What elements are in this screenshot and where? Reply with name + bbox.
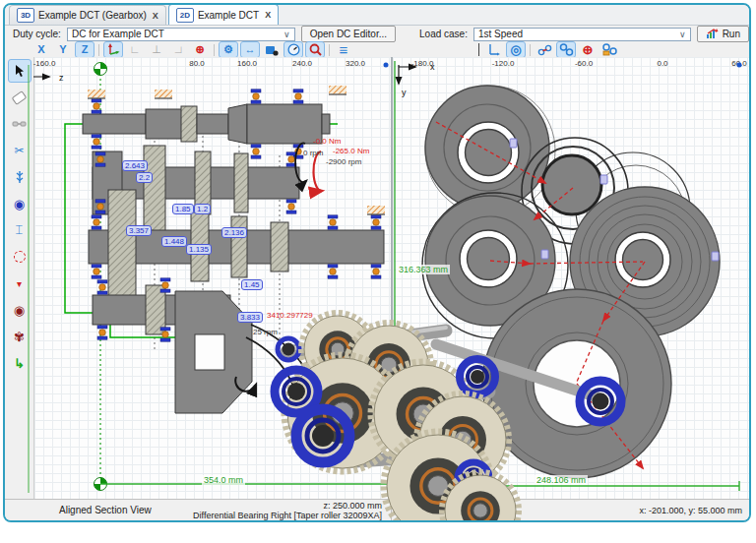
duty-cycle-dropdown[interactable]: DC for Example DCT ∨ [67,28,295,41]
select-cursor-tool[interactable] [8,59,32,83]
tab-label: Example DCT [198,10,259,21]
zoom-detail-icon[interactable] [305,41,325,58]
ruler-tick: -160.0 [33,59,56,68]
axis-triad-icon[interactable] [103,41,123,58]
axes-corner-icon[interactable] [484,41,504,58]
align-corner-mirror-icon[interactable]: ∟ [168,41,188,58]
app-window: 3D Example DCT (Gearbox) X 2D Example DC… [3,3,751,522]
rigid-connector-tool[interactable]: ⌶ [8,218,32,242]
cursor-xy-status: x: -201.000, y: 55.000 mm [639,506,742,515]
tab-label: Example DCT (Gearbox) [38,10,147,21]
point-load-tool[interactable]: ▾ [8,272,32,295]
ruler-tick: 160.0 [237,59,257,68]
ruler-tick: 80.0 [189,59,205,68]
left-status: Aligned Section View z: 250.000 mm Diffe… [5,500,392,521]
bearing-tool[interactable]: ◉ [8,192,32,215]
z-axis-view-button[interactable]: Z [75,41,94,58]
gear-mesh-icon[interactable] [535,41,554,58]
run-button[interactable]: Run [697,26,749,42]
cylindrical-gear-pair-icon[interactable] [556,41,576,58]
ruler-tick: 320.0 [346,59,365,68]
close-icon[interactable]: X [153,11,158,21]
align-corner-icon[interactable]: ∟ [125,41,145,58]
duty-cycle-value: DC for Example DCT [72,29,164,39]
clearance-bearing-tool[interactable] [8,245,32,269]
coupling-tool[interactable] [8,112,32,136]
tab-bar: 3D Example DCT (Gearbox) X 2D Example DC… [5,5,749,26]
ruler-tick: -60.0 [575,59,593,68]
split-shaft-scissors-tool[interactable]: ✂ [8,139,32,162]
y-axis-view-button[interactable]: Y [53,41,73,58]
component-status: Differential Bearing Right [Taper roller… [193,511,382,520]
view-mode-status: Aligned Section View [59,505,152,515]
app-window-stage: 3D Example DCT (Gearbox) X 2D Example DC… [0,0,756,543]
align-perpendicular-icon[interactable]: ⊥ [147,41,166,58]
gear-display-icon[interactable]: ⚙ [219,41,238,58]
ruler-tick: -180.0 [411,59,434,68]
status-bar: Aligned Section View z: 250.000 mm Diffe… [5,499,749,521]
load-case-dropdown[interactable]: 1st Speed ∨ [473,28,691,41]
ruler-tick: -120.0 [492,59,515,68]
datum-target-icon[interactable]: ⊕ [190,41,210,58]
gear-set-detail-icon[interactable] [599,41,619,58]
run-label: Run [723,29,740,39]
design-tool-sidebar: ✂ ◉ ⌶ ▾ ◉ ✾ ↳ [5,57,34,499]
ruler-tick: 60.0 [731,59,747,68]
power-load-tool[interactable]: ◉ [8,298,32,322]
load-case-label: Load case: [419,29,468,39]
run-analysis-icon [706,29,719,39]
view-toolbar: X Y Z ∟ ⊥ ∟ ⊕ ⚙ ↔ ≡ ◎ [5,42,749,58]
shaft-profile-tool[interactable] [8,165,32,189]
menu-hamburger-icon[interactable]: ≡ [334,41,353,58]
drawing-area: ✂ ◉ ⌶ ▾ ◉ ✾ ↳ -160.0 80.0 160.0 240.0 32… [5,57,749,499]
eraser-tool[interactable] [8,86,32,109]
gear-layout-canvas[interactable]: -180.0 -120.0 -60.0 0.0 60.0 [393,57,749,499]
ruler-tick: 240.0 [292,59,312,68]
right-status: End x: -201.000, y: 55.000 mm [393,500,749,521]
measurement-tool[interactable]: ↳ [8,351,32,375]
load-case-value: 1st Speed [478,29,523,39]
2d-view-icon: 2D [176,8,194,23]
concentric-circles-icon[interactable]: ◎ [506,41,526,58]
close-icon[interactable]: X [265,10,271,20]
x-axis-view-button[interactable]: X [32,41,51,58]
chevron-down-icon: ∨ [284,30,290,38]
turbine-load-tool[interactable]: ✾ [8,325,32,348]
cursor-z-status: z: 250.000 mm [323,501,382,511]
duty-cycle-label: Duty cycle: [13,29,61,39]
end-status: End [398,510,413,519]
duty-cycle-toolbar: Duty cycle: DC for Example DCT ∨ Open DC… [5,26,749,42]
shaft-display-icon[interactable] [262,41,282,58]
mesh-target-icon[interactable]: ⊕ [578,41,598,58]
section-view-canvas[interactable]: -160.0 80.0 160.0 240.0 320.0 [34,57,391,499]
tab-2d-dct[interactable]: 2D Example DCT X [168,4,279,25]
chevron-down-icon: ∨ [679,30,686,38]
ruler-tick: 0.0 [657,59,667,68]
3d-view-icon: 3D [17,8,34,23]
open-dc-editor-button[interactable]: Open DC Editor... [301,26,396,42]
gauge-icon[interactable] [284,41,303,58]
dimension-span-icon[interactable]: ↔ [240,41,260,58]
tab-3d-gearbox[interactable]: 3D Example DCT (Gearbox) X [9,5,166,25]
